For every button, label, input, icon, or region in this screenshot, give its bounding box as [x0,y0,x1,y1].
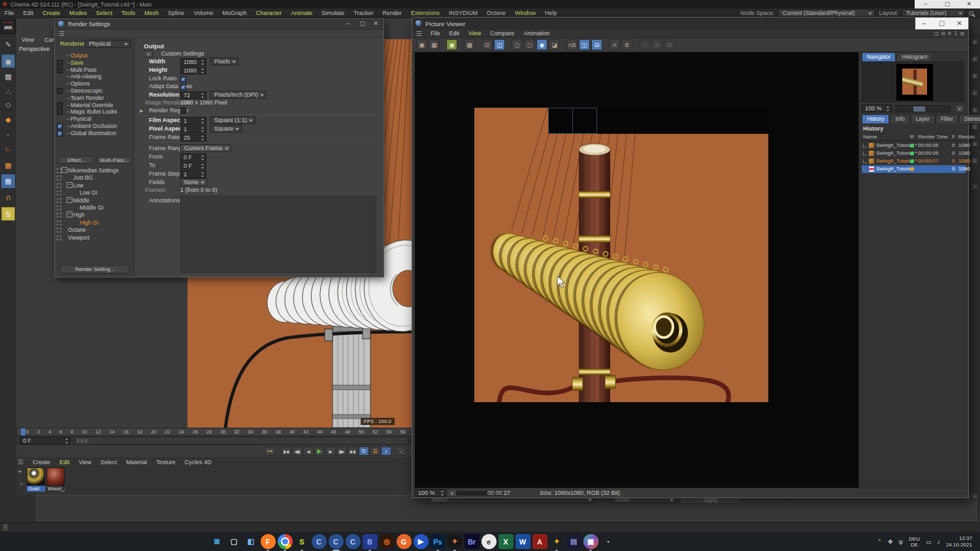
copy-icon[interactable]: ⊡ [482,39,493,50]
menu-item[interactable]: MoGraph [218,10,252,16]
render-preset-item[interactable]: High GI [55,219,135,227]
close-button[interactable]: ✕ [373,20,378,27]
set-as-b-icon[interactable]: B [621,39,632,50]
close-button[interactable]: ✕ [951,18,968,29]
minimize-button[interactable]: – [346,20,350,27]
pv-menu-item[interactable]: File [426,30,445,37]
render-preset-item[interactable]: Octane [55,227,135,234]
menu-item[interactable]: File [0,10,19,16]
tray-mic-icon[interactable]: ψ [899,539,903,545]
compare-book-icon[interactable]: ◫ [494,39,505,50]
clock-app-icon[interactable]: ◔ [600,534,615,549]
play-icon[interactable]: ▶ [314,447,325,456]
navigator-zoom-slider[interactable] [896,105,951,112]
cinema4d-active-icon[interactable]: C [329,534,344,549]
widgets-button[interactable]: ◧ [244,534,259,549]
resolution-field[interactable]: 72 [180,91,206,99]
dock-plus-icon[interactable]: ⊞ [941,31,945,37]
menu-item[interactable]: Create [38,10,65,16]
menu-item[interactable]: Edit [19,10,39,16]
render-region-checkbox[interactable] [180,108,186,114]
loop-icon[interactable]: ↻ [359,447,369,456]
render-settings-tree-item[interactable]: Physical [55,116,135,123]
bridge-icon[interactable]: Br [465,534,480,549]
tray-cloud-icon[interactable]: ✥ [888,539,893,545]
language-indicator[interactable]: DEUDE [909,536,920,548]
minimize-button[interactable]: – [915,0,936,8]
powerslider-track[interactable]: ‖ 0 F [74,437,408,445]
houdini-icon[interactable]: ◎ [380,534,395,549]
film-aspect-select[interactable]: Square (1:1) [210,116,255,124]
pv-zoom-select[interactable]: ∨ [448,489,457,497]
film-aspect-field[interactable]: 1 [180,117,206,125]
g-app-icon[interactable]: G [397,534,412,549]
menu-item[interactable]: Volume [189,10,218,16]
render-settings-tree-item[interactable]: Multi-Pass [55,67,135,74]
maximize-button[interactable]: ▢ [359,20,365,27]
pv-side-tab[interactable]: Filter [936,114,958,123]
resolve-icon[interactable]: ✦ [448,534,463,549]
close-button[interactable]: ✕ [958,0,980,8]
menu-item[interactable]: Select [91,10,117,16]
pv-menu-item[interactable]: Animation [519,30,554,37]
frame-image-a-icon[interactable]: ◻ [512,39,523,50]
tree-checkbox[interactable] [57,109,63,115]
render-settings-tree-item[interactable]: Magic Bullet Looks [55,108,135,116]
effect-button[interactable]: Effect... [59,156,94,164]
cinema4d-icon[interactable]: C [312,534,327,549]
menu-item[interactable]: Character [252,10,287,16]
points-mode-icon[interactable]: ∴ [1,85,15,99]
pv-side-tab[interactable]: Layer [911,114,935,123]
tray-chevron-icon[interactable]: ⌃ [877,539,883,545]
pv-side-tab[interactable]: Info [890,114,909,123]
chrome-icon[interactable] [278,534,293,549]
material-arrow-icon[interactable]: ↗ [18,480,24,489]
ab-split-h-icon[interactable]: ◫ [579,39,590,50]
render-settings-tree-item[interactable]: Stereoscopic [55,87,135,95]
render-setting-button[interactable]: Render Setting... [60,265,129,274]
add-material-icon[interactable]: + [18,467,22,475]
render-settings-tree-item[interactable]: Options [55,80,135,87]
black-white-icon[interactable]: ◪ [549,39,560,50]
pv-side-tab[interactable]: History [862,114,889,123]
material-name[interactable]: Gold [27,486,45,492]
render-preset-item[interactable]: Middle GI [55,204,135,212]
navigator-thumbnail[interactable] [896,64,933,101]
render-settings-tree-item[interactable]: Output [55,52,135,59]
panel-toggle-icon[interactable]: ◫ [934,31,939,37]
render-preset-item[interactable]: Nikomedias Settings [55,167,135,174]
acrobat-icon[interactable]: A [532,534,547,549]
material-name[interactable]: Wood_0 [46,486,65,492]
save-icon[interactable]: ▦ [429,39,440,50]
from-field[interactable]: 0 F [180,153,206,161]
excel-icon[interactable]: X [498,534,514,549]
link-icon[interactable]: ◻ [639,39,650,50]
goto-start-icon[interactable]: ▮◀ [281,447,291,456]
render-settings-tree-item[interactable]: Ambient Occlusion [55,123,135,130]
clock[interactable]: 12:3724.10.2021 [946,535,972,548]
material-menu-icon[interactable]: ☰ [18,458,24,465]
picture-viewer-titlebar[interactable]: Picture Viewer – ▢ ✕ [412,18,968,29]
convert-tool-icon[interactable]: ✎ [1,38,15,52]
task-view-button[interactable]: ▢ [227,534,242,549]
search-icon[interactable] [969,11,973,16]
pv-menu-item[interactable]: Edit [444,30,464,37]
node-space-select[interactable]: Current (Standard/Physical) [778,9,875,17]
menu-item[interactable]: Tools [117,10,140,16]
next-key-icon[interactable]: ▮▶ [336,447,347,456]
photoshop-icon[interactable]: Ps [431,534,446,549]
multipass-button[interactable]: Multi-Pass... [97,156,132,164]
render-region-expander[interactable]: ▶ [140,108,143,114]
frame-range-select[interactable]: Current Frame [180,144,231,152]
rendered-image[interactable] [474,108,768,402]
sound-icon[interactable]: ♪ [381,447,391,456]
height-field[interactable]: 1080 [180,67,206,74]
picture-viewer-canvas[interactable] [415,52,858,489]
texture-mode-icon[interactable]: ▩ [1,70,15,84]
navigator-preview[interactable] [862,61,964,102]
keyframe-bar-icon[interactable]: ☰ [370,447,380,456]
adapt-data-rate-checkbox[interactable] [180,84,186,90]
player-icon[interactable]: ▶ [414,534,429,549]
model-mode-icon[interactable]: ◼ [1,54,15,68]
SwingIt_Tutorial *[interactable]: SwingIt_Tutorial * 00:00:07 0 1080 [862,157,966,165]
